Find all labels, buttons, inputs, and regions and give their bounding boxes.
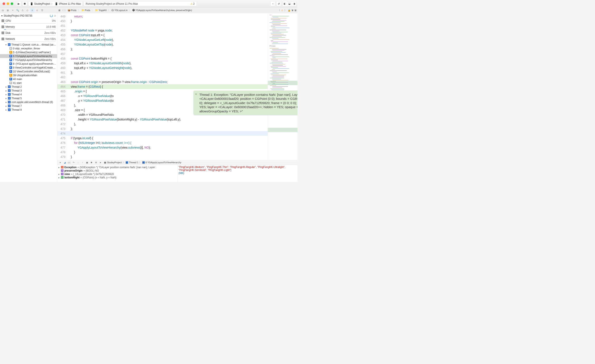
thread-item[interactable]: ▸≡Thread 5 bbox=[0, 96, 57, 100]
minimap-section-label: Private bbox=[269, 45, 296, 47]
next-issue-icon[interactable]: 〉 bbox=[284, 9, 287, 12]
variable-row[interactable]: ▸LbottomRight = (CGPoint) (x = NaN, y = … bbox=[58, 176, 176, 179]
crumb-3[interactable]: 📁 YogaKit bbox=[95, 9, 106, 12]
activity-view[interactable]: Running StudeyProject on iPhone 11 Pro M… bbox=[84, 1, 197, 6]
drag-handle-icon[interactable]: ≡ bbox=[195, 92, 197, 96]
thread-item[interactable]: ▸≡Thread 7 bbox=[0, 104, 57, 108]
debug-crumbs[interactable]: ▦StudeyProject 〉≡Thread 1 〉🏳6 YGApplyLay… bbox=[104, 161, 181, 164]
step-over-icon[interactable]: ↷ bbox=[72, 161, 75, 164]
metric-memory[interactable]: Memory10.9 MB bbox=[0, 24, 57, 31]
crumb-4[interactable]: ⓜ YGLayout.m bbox=[112, 9, 128, 12]
minimize-window-icon[interactable] bbox=[7, 2, 9, 5]
stack-frame[interactable]: 🏳10 ViewController.viewDidLoad() bbox=[0, 70, 57, 73]
metric-disk[interactable]: DiskZero KB/s bbox=[0, 31, 57, 37]
source-control-nav-icon[interactable]: ⊞ bbox=[6, 8, 10, 12]
options-icon[interactable]: ⊘ bbox=[54, 14, 56, 17]
process-header[interactable]: ▾ StudeyProject PID 55735 ⊘ bbox=[0, 13, 57, 19]
prev-issue-icon[interactable]: 〈 bbox=[278, 9, 280, 12]
back-button[interactable]: 〈 bbox=[61, 9, 64, 12]
nav-filter-row: 🗂 ⊞ ⌗ 🔍 ⚠ ◇ ≡ ⎋ ☰ ⊞ 〈 〉 📦 Pods〉 📁 Pods〉 … bbox=[0, 7, 298, 13]
forward-button[interactable]: 〉 bbox=[64, 9, 67, 12]
close-window-icon[interactable] bbox=[3, 2, 5, 5]
test-nav-icon[interactable]: ◇ bbox=[25, 8, 29, 12]
run-button[interactable]: ▶ bbox=[16, 1, 21, 6]
add-editor-icon[interactable]: ⊞ bbox=[295, 9, 297, 12]
report-nav-icon[interactable]: ☰ bbox=[40, 8, 44, 12]
toggle-inspector-button[interactable]: ◨ bbox=[292, 1, 297, 6]
memory-graph-icon[interactable]: ✱ bbox=[90, 161, 93, 164]
editor: 4494504514524534544554564574584594604614… bbox=[57, 13, 298, 182]
symbol-nav-icon[interactable]: ⌗ bbox=[11, 8, 15, 12]
stack-frame[interactable]: 🏳7 YGApplyLayoutToViewHierarchy bbox=[0, 58, 57, 62]
disclosure-icon[interactable]: ▾ bbox=[1, 14, 3, 17]
stack-frame[interactable]: 🏳5 -[UIView(Geometry) setFrame:] bbox=[0, 50, 57, 54]
adjust-editor-icon[interactable]: ≣ bbox=[291, 9, 293, 12]
continue-icon[interactable]: ▷| bbox=[67, 161, 71, 164]
variable-row[interactable]: ▸EException = (NSException *) "CALayer p… bbox=[58, 166, 176, 169]
step-out-icon[interactable]: ↑ bbox=[81, 161, 84, 164]
debug-nav-icon[interactable]: ≡ bbox=[30, 8, 34, 12]
device-icon: 📱 bbox=[55, 2, 58, 5]
scheme-selector[interactable]: 📱 StudeyProject 〉 📱 iPhone 11 Pro Max bbox=[28, 1, 83, 6]
location-icon[interactable]: ➤ bbox=[99, 161, 102, 164]
library-button[interactable]: ⇄ bbox=[276, 1, 281, 6]
stop-button[interactable] bbox=[22, 1, 27, 6]
project-nav-icon[interactable]: 🗂 bbox=[1, 8, 5, 12]
thread-item[interactable]: ▸≡Thread 8 bbox=[0, 108, 57, 112]
stack-frame[interactable]: 🏳39 UIApplicationMain bbox=[0, 73, 57, 77]
debug-navigator: ▾ StudeyProject PID 55735 ⊘ CPU0% Memory… bbox=[0, 13, 57, 182]
thread-item[interactable]: ▸≡com.apple.uikit.eventfetch-thread (6) bbox=[0, 100, 57, 104]
gauge-icon[interactable] bbox=[50, 14, 53, 17]
add-button[interactable]: ＋ bbox=[270, 1, 275, 6]
metric-cpu[interactable]: CPU0% bbox=[0, 19, 57, 25]
environment-icon[interactable]: ⚙ bbox=[94, 161, 98, 164]
issue-warning-icon: ⚠ bbox=[281, 9, 283, 12]
issue-nav-icon[interactable]: ⚠ bbox=[21, 8, 24, 12]
traffic-lights bbox=[1, 2, 15, 5]
crumb-1[interactable]: 📦 Pods bbox=[68, 9, 77, 12]
fullscreen-window-icon[interactable] bbox=[11, 2, 13, 5]
stack-frame[interactable]: 🏳41 start bbox=[0, 81, 57, 85]
metric-network[interactable]: NetworkZero KB/s bbox=[0, 37, 57, 43]
related-items-icon[interactable]: ⊞ bbox=[58, 9, 60, 12]
thread-item[interactable]: ▸≡Thread 4 bbox=[0, 93, 57, 96]
stack-frame[interactable]: 🏳9 ViewController.useYogaKitCreateU… bbox=[0, 66, 57, 70]
stack-frame[interactable]: 🏳40 main bbox=[0, 77, 57, 81]
status-text: Running StudeyProject on iPhone 11 Pro M… bbox=[86, 2, 138, 5]
exception-tooltip: ≡ ✕ Thread 1: Exception: "CALayer positi… bbox=[193, 91, 298, 115]
process-title: StudeyProject PID 55735 bbox=[4, 14, 49, 17]
source-code[interactable]: return; } YGNodeRef node = yoga.node; co… bbox=[67, 13, 268, 160]
debug-toolbar: ▾ ◢ ▷| ↷ ↓ ↑ ▣ ✱ ⚙ ➤ ▦StudeyProject 〉≡Th… bbox=[57, 160, 298, 165]
toggle-debug-area-button[interactable]: ⬓ bbox=[287, 1, 292, 6]
xcode-window: ▶ 📱 StudeyProject 〉 📱 iPhone 11 Pro Max … bbox=[0, 0, 298, 182]
warning-badge[interactable]: ⚠ 2 bbox=[190, 2, 195, 5]
minimap[interactable]: Private bbox=[268, 13, 298, 160]
lock-icon[interactable]: 🔒 bbox=[288, 9, 291, 12]
crumb-5[interactable]: 🅕 YGApplyLayoutToViewHierarchy(view, pre… bbox=[132, 9, 192, 12]
variables-view[interactable]: ▸EException = (NSException *) "CALayer p… bbox=[57, 165, 177, 182]
jump-bar[interactable]: ⊞ 〈 〉 📦 Pods〉 📁 Pods〉 📁 YogaKit〉 ⓜ YGLay… bbox=[57, 7, 298, 13]
step-into-icon[interactable]: ↓ bbox=[76, 161, 80, 164]
console-view[interactable]: "PingFangHK-Medium", "PingFangHK-Thin", … bbox=[177, 165, 298, 182]
app-icon: 📱 bbox=[30, 2, 33, 5]
main-area: ▾ StudeyProject PID 55735 ⊘ CPU0% Memory… bbox=[0, 13, 298, 182]
view-debug-icon[interactable]: ▣ bbox=[85, 161, 89, 164]
stack-frame[interactable]: 🏳0 objc_exception_throw bbox=[0, 47, 57, 50]
warning-count: 2 bbox=[193, 2, 195, 5]
breakpoint-nav-icon[interactable]: ⎋ bbox=[35, 8, 39, 12]
find-nav-icon[interactable]: 🔍 bbox=[15, 8, 20, 12]
variable-row[interactable]: ApreserveOrigin = (BOOL) NO bbox=[58, 169, 176, 172]
breakpoints-icon[interactable]: ◢ bbox=[63, 161, 66, 164]
navigator-selector: 🗂 ⊞ ⌗ 🔍 ⚠ ◇ ≡ ⎋ ☰ bbox=[0, 7, 57, 13]
stack-frame[interactable]: 🏳8 -[YGLayout applyLayoutPreserving… bbox=[0, 62, 57, 66]
stack-frame[interactable]: 🏳6 YGApplyLayoutToViewHierarchy bbox=[0, 54, 57, 58]
crumb-2[interactable]: 📁 Pods bbox=[81, 9, 90, 12]
thread-1[interactable]: ▾≡Thread 1 Queue: com.a…-thread (serial) bbox=[0, 43, 57, 47]
toggle-navigator-button[interactable]: ◧ bbox=[282, 1, 287, 6]
thread-item[interactable]: ▸≡Thread 3 bbox=[0, 89, 57, 93]
thread-item[interactable]: ▸≡Thread 2 bbox=[0, 85, 57, 89]
hide-debug-icon[interactable]: ▾ bbox=[58, 161, 62, 164]
debug-area: ▾ ◢ ▷| ↷ ↓ ↑ ▣ ✱ ⚙ ➤ ▦StudeyProject 〉≡Th… bbox=[57, 160, 298, 182]
lldb-prompt: (lldb) bbox=[179, 172, 297, 175]
variable-row[interactable]: ▸Aview = (_UILayoutGuide *) 0x7fa712f098… bbox=[58, 172, 176, 176]
